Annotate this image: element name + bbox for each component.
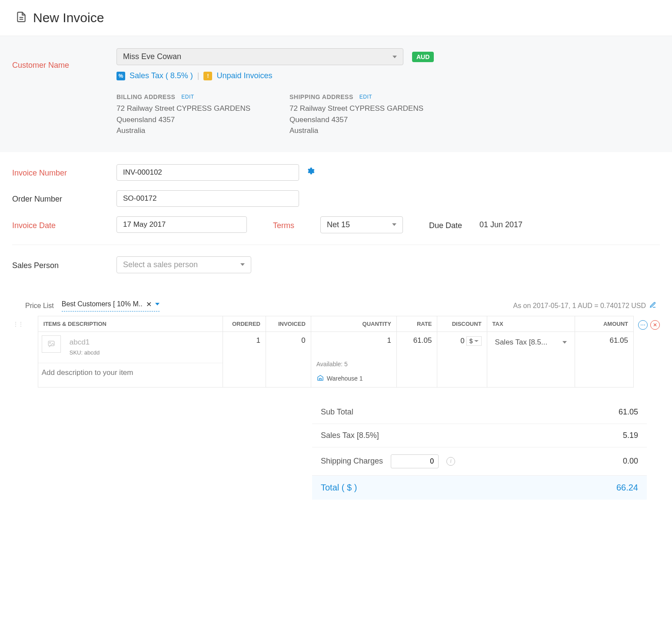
chevron-down-icon: [562, 341, 567, 344]
available-text: Available: 5: [316, 361, 391, 368]
shipping-line1: 72 Railway Street CYPRESS GARDENS: [289, 103, 423, 114]
order-number-input[interactable]: [116, 190, 299, 207]
item-description-input[interactable]: [38, 363, 223, 382]
terms-value: Net 15: [327, 220, 350, 229]
col-ordered: ORDERED: [223, 316, 266, 331]
sales-person-label: Sales Person: [12, 259, 116, 270]
exchange-rate-text: As on 2017-05-17, 1 AUD = 0.740172 USD: [513, 302, 646, 310]
billing-edit-link[interactable]: EDIT: [181, 94, 194, 100]
cell-ordered: 1: [223, 331, 266, 387]
warehouse-name: Warehouse 1: [327, 375, 363, 382]
table-row: SKU: abcdd 1 0 1 Available: 5: [38, 331, 633, 387]
shipping-line2: Queensland 4357: [289, 114, 423, 126]
chevron-down-icon: [474, 340, 479, 342]
unpaid-invoices-link[interactable]: Unpaid Invoices: [216, 71, 272, 80]
discount-type-select[interactable]: $: [466, 336, 482, 346]
customer-name-value: Miss Eve Cowan: [123, 52, 181, 61]
customer-name-label: Customer Name: [12, 59, 116, 70]
col-tax: TAX: [487, 316, 575, 331]
chevron-down-icon: [240, 263, 245, 266]
cell-discount[interactable]: 0: [460, 337, 464, 345]
chevron-down-icon: [393, 56, 397, 58]
warehouse-select[interactable]: Warehouse 1: [316, 374, 391, 383]
customer-name-select[interactable]: Miss Eve Cowan: [116, 48, 403, 65]
pencil-icon[interactable]: [649, 302, 656, 310]
tax-value: Sales Tax [8.5...: [495, 338, 548, 347]
col-item: ITEMS & DESCRIPTION: [38, 316, 223, 331]
chevron-down-icon: [155, 303, 160, 305]
currency-badge: AUD: [412, 52, 434, 62]
billing-address-heading: BILLING ADDRESS: [116, 93, 175, 100]
salestax-label: Sales Tax [8.5%]: [321, 431, 379, 440]
cell-invoiced: 0: [266, 331, 311, 387]
shipping-address-heading: SHIPPING ADDRESS: [289, 93, 353, 100]
invoice-number-input[interactable]: [116, 164, 299, 181]
cell-rate[interactable]: 61.05: [396, 331, 437, 387]
cell-quantity[interactable]: 1: [387, 336, 391, 345]
chevron-down-icon: [392, 223, 396, 226]
salestax-value: 5.19: [623, 431, 638, 440]
warehouse-icon: [316, 374, 324, 383]
item-name-input[interactable]: [66, 335, 220, 349]
col-invoiced: INVOICED: [266, 316, 311, 331]
item-sku: SKU: abcdd: [66, 349, 220, 356]
terms-select[interactable]: Net 15: [320, 216, 403, 233]
percent-icon: %: [116, 72, 125, 80]
sales-tax-link[interactable]: Sales Tax ( 8.5% ): [130, 71, 193, 80]
invoice-date-input[interactable]: [116, 216, 247, 233]
sales-person-select[interactable]: Select a sales person: [116, 256, 251, 273]
gear-icon[interactable]: [306, 167, 315, 178]
row-delete-button[interactable]: ✕: [650, 320, 660, 330]
shipping-label: Shipping Charges: [321, 457, 383, 466]
price-list-select[interactable]: Best Customers [ 10% M.. ✕: [62, 300, 160, 312]
subtotal-label: Sub Total: [321, 408, 353, 417]
document-icon: [16, 11, 27, 25]
shipping-input[interactable]: [391, 454, 439, 468]
col-rate: RATE: [396, 316, 437, 331]
price-list-value: Best Customers [ 10% M..: [62, 300, 143, 308]
price-list-label: Price List: [25, 302, 54, 310]
cell-amount: 61.05: [575, 331, 633, 387]
subtotal-value: 61.05: [619, 408, 638, 417]
due-date-label: Due Date: [429, 219, 462, 230]
page-title: New Invoice: [33, 10, 104, 25]
shipping-line3: Australia: [289, 125, 423, 136]
billing-line1: 72 Railway Street CYPRESS GARDENS: [116, 103, 250, 114]
warning-icon: !: [203, 72, 212, 80]
col-quantity: QUANTITY: [311, 316, 396, 331]
billing-line2: Queensland 4357: [116, 114, 250, 126]
drag-handle-icon[interactable]: ⋮⋮: [12, 316, 25, 327]
row-more-button[interactable]: ⋯: [638, 320, 648, 330]
tax-select[interactable]: Sales Tax [8.5...: [492, 336, 569, 348]
total-value: 66.24: [616, 483, 638, 493]
due-date-value: 01 Jun 2017: [479, 220, 522, 229]
order-number-label: Order Number: [12, 193, 116, 204]
shipping-display: 0.00: [623, 457, 638, 466]
shipping-edit-link[interactable]: EDIT: [359, 94, 372, 100]
sales-person-placeholder: Select a sales person: [123, 260, 198, 269]
invoice-number-label: Invoice Number: [12, 167, 116, 178]
image-placeholder-icon: [42, 335, 61, 353]
info-icon[interactable]: i: [446, 457, 455, 466]
svg-rect-4: [319, 378, 321, 380]
invoice-date-label: Invoice Date: [12, 219, 116, 230]
svg-point-3: [50, 342, 50, 343]
close-icon[interactable]: ✕: [146, 300, 152, 308]
total-label: Total ( $ ): [321, 483, 357, 493]
col-amount: AMOUNT: [575, 316, 633, 331]
col-discount: DISCOUNT: [437, 316, 487, 331]
billing-line3: Australia: [116, 125, 250, 136]
terms-label: Terms: [273, 219, 294, 230]
